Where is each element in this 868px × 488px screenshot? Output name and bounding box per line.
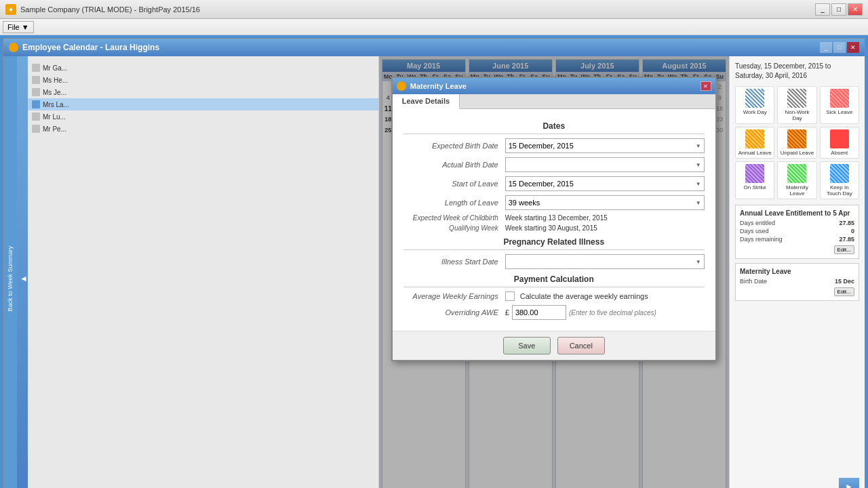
start-of-leave-label: Start of Leave: [403, 180, 505, 188]
window-controls[interactable]: _ □ ✕: [815, 3, 863, 16]
absent-icon: [830, 129, 849, 148]
modal-close-button[interactable]: ✕: [701, 81, 711, 91]
expected-birth-date-arrow: ▼: [696, 143, 701, 149]
awe-input[interactable]: [512, 305, 566, 320]
employee-item-5[interactable]: Mr Pe...: [28, 123, 378, 135]
modal-title-text: Maternity Leave: [410, 82, 467, 90]
main-window: Employee Calendar - Laura Higgins _ □ ✕ …: [3, 38, 865, 488]
maternity-leave-icon: [787, 164, 806, 183]
modal-dialog: Maternity Leave ✕ Leave Details Dates: [391, 77, 717, 361]
avg-weekly-checkbox-label: Calculate the average weekly earnings: [520, 292, 648, 300]
maternity-section-title: Maternity Leave: [740, 268, 854, 275]
cal-window-controls[interactable]: _ □ ✕: [820, 42, 859, 53]
legend-grid: Work Day Non-Work Day Sick Leave Annual …: [735, 86, 859, 199]
length-of-leave-select[interactable]: 39 weeks ▼: [505, 195, 705, 210]
legend-absent[interactable]: Absent: [820, 127, 859, 159]
legend-absent-label: Absent: [831, 150, 848, 156]
birth-date-row: Birth Date 15 Dec: [740, 278, 854, 285]
cal-min-button[interactable]: _: [820, 42, 832, 53]
expected-birth-date-value: 15 December, 2015: [509, 142, 574, 150]
emp-icon-4: [32, 113, 40, 121]
modal-overlay: Maternity Leave ✕ Leave Details Dates: [379, 56, 730, 488]
employee-name-0: Mr Ga...: [43, 64, 67, 72]
legend-work[interactable]: Work Day: [735, 86, 774, 124]
entitlement-title: Annual Leave Entitlement to 5 Apr: [740, 209, 854, 217]
maximize-button[interactable]: □: [831, 3, 846, 16]
days-entitled-row: Days entitled 27.85: [740, 220, 854, 226]
employee-name-1: Ms He...: [43, 77, 68, 84]
date-range-line2: Saturday, 30 April, 2016: [735, 71, 859, 81]
awe-input-group: £ (Enter to five decimal places): [505, 305, 656, 320]
legend-annual-label: Annual Leave: [738, 150, 772, 156]
tab-leave-details[interactable]: Leave Details: [393, 94, 460, 109]
legend-keepin-label: Keep In Touch Day: [823, 184, 856, 197]
legend-annual[interactable]: Annual Leave: [735, 127, 774, 159]
employee-list: Mr Ga... Ms He... Ms Je... Mrs La... Mr …: [28, 56, 379, 488]
qualifying-week-label: Qualifying Week: [403, 224, 505, 232]
length-of-leave-arrow: ▼: [696, 200, 701, 206]
payment-section-title: Payment Calculation: [403, 274, 705, 287]
emp-icon-0: [32, 64, 40, 72]
employee-name-5: Mr Pe...: [43, 125, 66, 133]
cal-close-button[interactable]: ✕: [847, 42, 859, 53]
avg-weekly-row: Average Weekly Earnings Calculate the av…: [403, 291, 705, 301]
legend-unpaid-label: Unpaid Leave: [781, 150, 814, 156]
sidebar-strip[interactable]: Back to Week Summary: [3, 56, 17, 488]
actual-birth-date-label: Actual Birth Date: [403, 161, 505, 169]
start-of-leave-value: 15 December, 2015: [509, 180, 574, 188]
right-sidebar: Tuesday, 15 December, 2015 to Saturday, …: [729, 56, 865, 488]
days-used-value: 0: [851, 228, 854, 235]
length-of-leave-row: Length of Leave 39 weeks ▼: [403, 195, 705, 210]
calendar-title-bar: Employee Calendar - Laura Higgins _ □ ✕: [3, 39, 865, 56]
actual-birth-date-select[interactable]: ▼: [505, 157, 705, 172]
maternity-edit-button[interactable]: Edit...: [834, 287, 854, 296]
cancel-button[interactable]: Cancel: [557, 337, 605, 354]
save-button[interactable]: Save: [503, 337, 551, 354]
calendar-main: May 2015 Mo Tu We Th Fr Sa Su: [379, 56, 730, 488]
emp-icon-5: [32, 125, 40, 133]
illness-start-label: Illness Start Date: [403, 258, 505, 266]
avg-weekly-checkbox[interactable]: [505, 291, 515, 301]
entitlement-edit-button[interactable]: Edit...: [834, 245, 854, 254]
next-nav-button[interactable]: ►: [839, 478, 859, 488]
modal-title-icon: [397, 81, 406, 91]
legend-maternity[interactable]: Maternity Leave: [777, 161, 816, 199]
emp-icon-2: [32, 88, 40, 96]
legend-nonwork[interactable]: Non-Work Day: [777, 86, 816, 124]
employee-name-2: Ms Je...: [43, 89, 66, 96]
work-day-icon: [745, 89, 764, 108]
legend-keepin[interactable]: Keep In Touch Day: [820, 161, 859, 199]
employee-item-0[interactable]: Mr Ga...: [28, 62, 378, 74]
legend-work-label: Work Day: [743, 109, 767, 115]
close-button[interactable]: ✕: [848, 3, 863, 16]
cal-max-button[interactable]: □: [833, 42, 846, 53]
expected-birth-date-select[interactable]: 15 December, 2015 ▼: [505, 138, 705, 153]
employee-item-4[interactable]: Mr Lu...: [28, 110, 378, 123]
employee-item-1[interactable]: Ms He...: [28, 74, 378, 86]
employee-item-2[interactable]: Ms Je...: [28, 86, 378, 98]
overriding-awe-label: Overriding AWE: [403, 308, 505, 317]
start-of-leave-select[interactable]: 15 December, 2015 ▼: [505, 176, 705, 191]
emp-icon-3: [32, 100, 40, 108]
minimize-button[interactable]: _: [815, 3, 830, 16]
qualifying-week-row: Qualifying Week Week starting 30 August,…: [403, 224, 705, 232]
length-of-leave-label: Length of Leave: [403, 199, 505, 207]
entitlement-section: Annual Leave Entitlement to 5 Apr Days e…: [735, 205, 859, 259]
menu-bar: File ▼: [0, 19, 868, 35]
illness-start-select[interactable]: ▼: [505, 254, 705, 269]
employee-item-3[interactable]: Mrs La...: [28, 98, 378, 110]
legend-unpaid[interactable]: Unpaid Leave: [777, 127, 816, 159]
illness-start-row: Illness Start Date ▼: [403, 254, 705, 269]
start-of-leave-row: Start of Leave 15 December, 2015 ▼: [403, 176, 705, 191]
legend-sick-label: Sick Leave: [826, 109, 852, 115]
employee-name-3: Mrs La...: [43, 101, 69, 108]
file-menu[interactable]: File ▼: [3, 21, 34, 33]
length-of-leave-value: 39 weeks: [509, 199, 540, 207]
legend-sick[interactable]: Sick Leave: [820, 86, 859, 124]
modal-title-bar: Maternity Leave ✕: [393, 78, 715, 94]
awe-prefix: £: [505, 308, 509, 317]
legend-strike[interactable]: On Strike: [735, 161, 774, 199]
expected-birth-date-label: Expected Birth Date: [403, 142, 505, 150]
expected-week-row: Expected Week of Childbirth Week startin…: [403, 214, 705, 222]
birth-date-value: 15 Dec: [835, 278, 854, 285]
